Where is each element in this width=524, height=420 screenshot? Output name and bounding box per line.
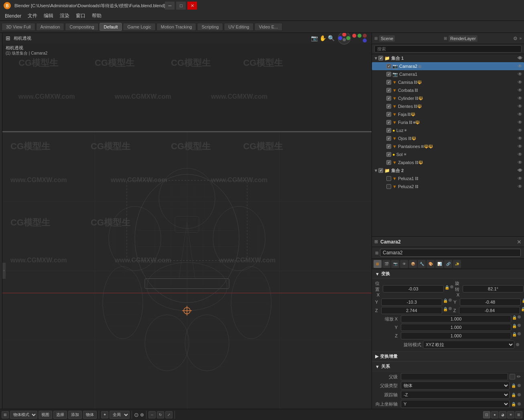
view-button[interactable]: 视图: [39, 411, 52, 419]
keyframe-dot9[interactable]: [518, 332, 521, 335]
corbata-checkbox[interactable]: ✓: [386, 88, 391, 93]
tab-compositing[interactable]: Compositing: [65, 23, 98, 31]
rot-z-input[interactable]: [459, 307, 520, 314]
eye-icon-corbata[interactable]: 👁: [518, 87, 522, 93]
menu-blender[interactable]: Blender: [2, 12, 24, 20]
eye-icon-sol[interactable]: 👁: [518, 152, 522, 157]
pos-y-input[interactable]: [381, 298, 442, 306]
tab-gamelogic[interactable]: Game Logic: [123, 23, 155, 31]
viewport-top[interactable]: ⊞ 相机透视 📷 ✋ 🔍: [2, 33, 372, 132]
scale-icon[interactable]: ⤢: [165, 411, 173, 418]
tree-item-luz[interactable]: ✓ ● Luz ✳ 👁: [372, 126, 524, 134]
prop-constraints-icon[interactable]: 🔗: [444, 260, 452, 268]
search-input[interactable]: [374, 45, 522, 53]
eye-icon-dientes[interactable]: 👁: [518, 103, 522, 109]
peluza1-checkbox[interactable]: [386, 176, 391, 181]
relations-header[interactable]: ▼ 关系: [372, 362, 524, 371]
pos-z-input[interactable]: [381, 307, 442, 314]
menu-edit[interactable]: 编辑: [41, 12, 57, 20]
obj-name-input[interactable]: [380, 249, 521, 257]
scale-y-input[interactable]: [401, 324, 511, 331]
tab-uvediting[interactable]: UV Editing: [224, 23, 254, 31]
menu-render[interactable]: 渲染: [57, 12, 73, 20]
up-axis-select[interactable]: Y: [401, 400, 510, 408]
lock-icon5[interactable]: 🔒: [443, 307, 448, 314]
tree-item-peluza2[interactable]: ▼ Peluza2 ⛓ 👁: [372, 183, 524, 191]
menu-window[interactable]: 窗口: [73, 12, 89, 20]
left-handle[interactable]: ‹: [2, 263, 6, 279]
keyframe-dot[interactable]: [450, 285, 453, 288]
scene-tree[interactable]: ▼ ✓ 📁 集合 1 👁 ✓ 📷 Camara2 ⊞ 👁 ✓ 📷 Ca: [372, 54, 524, 236]
select-button[interactable]: 选择: [53, 411, 67, 419]
tab-3dviewfull[interactable]: 3D View Full: [2, 23, 35, 31]
eye-icon-furia[interactable]: 👁: [518, 120, 522, 125]
lock-icon4[interactable]: 🔒: [522, 298, 524, 306]
parent-type-select[interactable]: 物体: [401, 381, 510, 390]
snap-icon[interactable]: ✦: [101, 411, 108, 418]
transform-header[interactable]: ▼ 变换: [372, 269, 524, 279]
eye-icon-luz[interactable]: 👁: [518, 128, 522, 133]
prop-object-icon[interactable]: 📦: [409, 260, 417, 268]
scene-tab[interactable]: Scene: [379, 35, 395, 42]
minimize-button[interactable]: ─: [165, 2, 175, 10]
lock-icon7[interactable]: 🔒: [512, 315, 517, 323]
camera1-checkbox[interactable]: ✓: [386, 72, 391, 77]
furia-checkbox[interactable]: ✓: [386, 120, 391, 125]
keyframe-dot3[interactable]: [449, 298, 452, 302]
pivot-icon[interactable]: ⊙: [134, 412, 139, 418]
keyframe-dot5[interactable]: [449, 307, 452, 310]
parent-type-lock[interactable]: 🔒: [511, 383, 516, 388]
lock-icon8[interactable]: 🔒: [512, 324, 517, 331]
object-button[interactable]: 物体: [83, 411, 97, 419]
tree-item-faja[interactable]: ✓ ▼ Faja ⛓🔱 👁: [372, 110, 524, 118]
tree-item-camera1[interactable]: ✓ 📷 Camera1 👁: [372, 70, 524, 78]
tab-default[interactable]: Default: [100, 23, 122, 31]
tab-videoe[interactable]: Video E...: [254, 23, 282, 31]
close-button[interactable]: ✕: [187, 2, 197, 10]
lock-icon3[interactable]: 🔒: [443, 298, 448, 306]
tree-item-peluza1[interactable]: ▼ Peluza1 ⛓ 👁: [372, 174, 524, 183]
eye-icon-camara2[interactable]: 👁: [518, 63, 522, 69]
peluza2-checkbox[interactable]: [386, 184, 391, 189]
arrow-icon[interactable]: »: [519, 36, 522, 41]
tree-item-dientes[interactable]: ✓ ▼ Dientes ⛓🔱 👁: [372, 102, 524, 110]
prop-modifier-icon[interactable]: 🔧: [418, 260, 426, 268]
tab-scripting[interactable]: Scripting: [197, 23, 223, 31]
eye-icon-camera1[interactable]: 👁: [518, 71, 522, 77]
track-axis-select[interactable]: -Z: [401, 391, 510, 399]
pantalones-checkbox[interactable]: ✓: [386, 144, 391, 149]
scale-x-input[interactable]: [401, 315, 511, 323]
up-axis-lock[interactable]: 🔒: [511, 402, 516, 406]
eye-icon-faja[interactable]: 👁: [518, 112, 522, 117]
collection2-checkbox[interactable]: ✓: [378, 168, 383, 173]
filter-icon[interactable]: ⚙: [513, 36, 518, 41]
tree-item-ojos[interactable]: ✓ ▼ Ojos ⛓🔱 👁: [372, 134, 524, 142]
sol-checkbox[interactable]: ✓: [386, 152, 391, 157]
prop-data-icon[interactable]: 📊: [435, 260, 443, 268]
collection1-checkbox[interactable]: ✓: [378, 56, 383, 61]
global-select[interactable]: 全局: [110, 411, 130, 419]
camara2-checkbox[interactable]: ✓: [386, 64, 391, 69]
maximize-button[interactable]: □: [176, 2, 186, 10]
eye-icon-collection1[interactable]: 👁: [518, 55, 522, 61]
hand-icon[interactable]: ✋: [319, 35, 326, 41]
eye-icon-zapatos[interactable]: 👁: [518, 160, 522, 165]
tree-item-collection2[interactable]: ▼ ✓ 📁 集合 2 👁: [372, 166, 524, 174]
eye-icon-pantalones[interactable]: 👁: [518, 144, 522, 149]
rotation-mode-select[interactable]: XYZ 欧拉: [423, 341, 514, 349]
renderlayer-tab[interactable]: RenderLayer: [449, 35, 477, 42]
cylinder-checkbox[interactable]: ✓: [386, 96, 391, 101]
lock-icon6[interactable]: 🔒: [521, 307, 524, 314]
props-close[interactable]: ✕: [517, 239, 522, 245]
rotate-icon[interactable]: ↻: [157, 411, 164, 418]
props-icon-scene[interactable]: ⊞: [374, 239, 378, 244]
proportional-icon[interactable]: ⊕: [140, 412, 144, 418]
prop-scene-icon[interactable]: ⊞: [374, 260, 382, 268]
rot-y-input[interactable]: [460, 298, 521, 306]
lock-icon9[interactable]: 🔒: [512, 332, 517, 339]
eye-icon-peluza2[interactable]: 👁: [518, 184, 522, 189]
eye-icon-peluza1[interactable]: 👁: [518, 176, 522, 181]
tree-item-collection1[interactable]: ▼ ✓ 📁 集合 1 👁: [372, 54, 524, 62]
parent-edit-icon[interactable]: ✏: [517, 374, 521, 379]
nav-gizmo[interactable]: [338, 33, 351, 45]
